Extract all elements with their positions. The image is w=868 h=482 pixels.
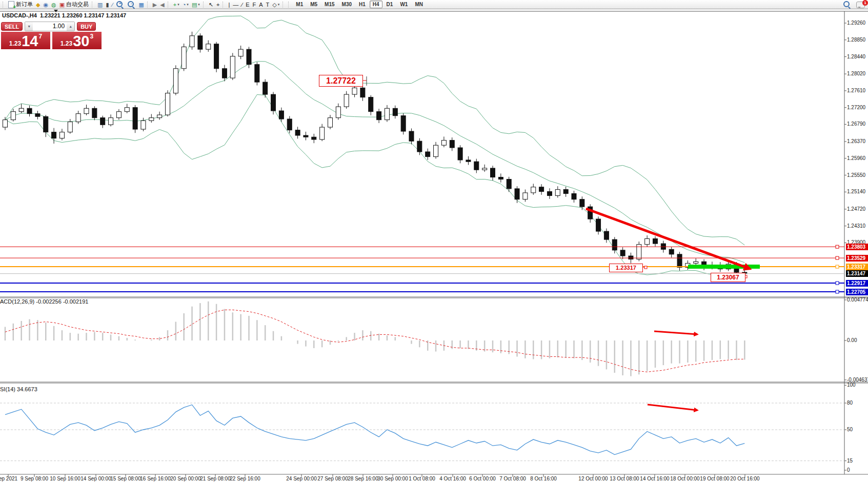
tick-label: 1.26370	[847, 138, 865, 144]
tick-label: 100	[847, 382, 856, 388]
date-label: 8 Oct 16:00	[530, 476, 557, 481]
bollinger-bands	[5, 16, 744, 280]
axis-ticks	[8, 23, 846, 477]
date-label: 27 Sep 08:00	[317, 476, 348, 481]
buy-price-prefix: 1.23	[60, 40, 72, 47]
tick-label: 1.28850	[847, 37, 865, 43]
chart-canvas[interactable]	[0, 0, 868, 482]
sell-price-box[interactable]: 1.23 14 7	[1, 32, 50, 49]
volume-stepper[interactable]: ▼ ▲	[25, 22, 75, 31]
date-label: 7 Oct 08:00	[499, 476, 526, 481]
volume-up-icon[interactable]: ▲	[67, 22, 74, 31]
one-click-collapse-arrow[interactable]	[54, 10, 58, 14]
rsi-panel	[0, 403, 844, 461]
tick-label: 1.28440	[847, 54, 865, 59]
sell-price-main: 14	[22, 34, 38, 49]
date-label: 18 Oct 00:00	[670, 476, 699, 481]
price-axis-chip: 1.23317	[846, 264, 868, 270]
sell-price-prefix: 1.23	[9, 40, 21, 47]
buy-price-pip: 3	[90, 33, 93, 40]
date-label: 13 Oct 08:00	[610, 476, 639, 481]
one-click-trading-panel: SELL ▼ ▲ BUY 1.23 14 7 1.23 30 3	[1, 21, 102, 50]
date-label: 20 Sep 00:00	[170, 476, 201, 481]
rsi-indicator-label: SI(14) 34.6673	[0, 386, 37, 392]
date-label: 20 Oct 16:00	[730, 476, 759, 481]
date-label: 28 Sep 16:00	[348, 476, 378, 481]
buy-price-main: 30	[73, 34, 89, 49]
date-label: ep 2021	[0, 476, 17, 481]
chart-info-line: USDCAD-,H4 1.23221 1.23260 1.23147 1.231…	[2, 12, 126, 18]
tick-label: 15	[847, 458, 853, 464]
trading-app: +新订单◆◉◍▣自动交易▥▮∕+-▦▶◀+▾◔▾▤▾↖+|—∕EFAT◇▾M1M…	[0, 0, 868, 482]
date-label: 22 Sep 16:00	[230, 476, 260, 481]
price-axis-chip: 1.22917	[846, 280, 868, 287]
macd-indicator-label: ACD(12,26,9) -0.002256 -0.002191	[0, 298, 88, 305]
tick-label: 1.25140	[847, 189, 865, 194]
date-label: 14 Oct 16:00	[640, 476, 669, 481]
date-label: 10 Sep 16:00	[50, 476, 80, 481]
date-label: 12 Oct 00:00	[578, 476, 608, 481]
tick-label: 0	[847, 467, 850, 473]
tick-label: 50	[847, 427, 853, 432]
tick-label: 0.004774	[847, 297, 868, 303]
price-annotation[interactable]: 1.27722	[319, 75, 363, 87]
date-label: 1 Oct 08:00	[409, 476, 435, 481]
candles-layer	[3, 32, 747, 277]
tick-label: -0.004637	[847, 377, 868, 383]
volume-down-icon[interactable]: ▼	[25, 22, 33, 31]
date-label: 15 Sep 08:00	[110, 476, 141, 481]
volume-input[interactable]	[33, 22, 67, 31]
annotations-layer	[362, 76, 760, 410]
price-axis-chip: 1.23147	[846, 270, 868, 277]
price-axis-chip: 1.23529	[846, 255, 868, 262]
macd-panel	[5, 302, 744, 376]
tick-label: 1.24310	[847, 223, 865, 229]
tick-label: 1.27610	[847, 88, 865, 93]
tick-label: 1.26790	[847, 121, 865, 127]
buy-price-box[interactable]: 1.23 30 3	[52, 32, 102, 49]
date-label: 14 Sep 00:00	[80, 476, 111, 481]
tick-label: 1.27200	[847, 105, 865, 110]
date-label: 6 Oct 00:00	[469, 476, 496, 481]
date-label: 24 Sep 00:00	[286, 476, 317, 481]
date-label: 30 Sep 00:00	[377, 476, 408, 481]
tick-label: 80	[847, 400, 853, 406]
chart-frame	[0, 11, 868, 474]
tick-label: 0.00	[847, 337, 857, 343]
sell-price-pip: 7	[38, 33, 42, 40]
date-label: 9 Sep 08:00	[21, 476, 48, 481]
tick-label: 1.24720	[847, 206, 865, 212]
buy-button[interactable]: BUY	[77, 22, 96, 31]
date-label: 19 Oct 08:00	[700, 476, 729, 481]
tick-label: 1.29260	[847, 20, 865, 26]
tick-label: 1.25960	[847, 155, 865, 161]
price-annotation[interactable]: 1.23317	[609, 264, 643, 272]
price-annotation[interactable]: 1.23067	[711, 273, 745, 282]
tick-label: 1.25550	[847, 172, 865, 178]
price-axis-chip: 1.22705	[846, 289, 868, 295]
date-label: 21 Sep 08:00	[200, 476, 231, 481]
price-axis-chip: 1.23803	[846, 244, 868, 250]
date-label: 4 Oct 16:00	[439, 476, 466, 481]
date-label: 16 Sep 16:00	[140, 476, 171, 481]
tick-label: 1.28020	[847, 71, 865, 76]
sell-button[interactable]: SELL	[1, 22, 23, 31]
